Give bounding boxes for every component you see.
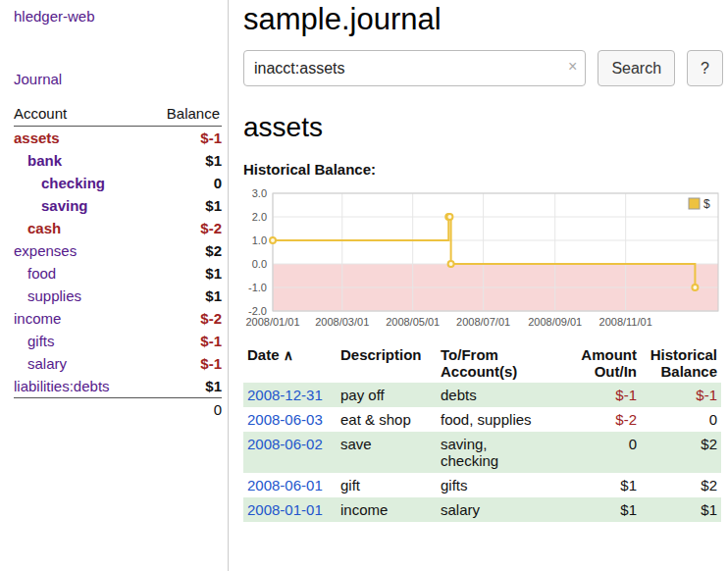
transaction-description: income: [337, 497, 437, 522]
account-balance: $-2: [145, 307, 222, 330]
account-heading: assets: [243, 112, 723, 143]
account-link[interactable]: saving: [41, 197, 88, 214]
accounts-column-header: To/From Account(s): [437, 343, 564, 383]
account-balance: $-2: [145, 217, 222, 239]
account-balance: $-1: [145, 330, 222, 352]
account-link[interactable]: food: [27, 265, 56, 282]
transaction-row: 2008-01-01 income salary $1 $1: [243, 497, 721, 522]
transactions-table: Date ∧ Description To/From Account(s) Am…: [243, 343, 721, 522]
sidebar-balance-column-header: Balance: [145, 102, 222, 127]
account-row: expenses $2: [14, 239, 222, 262]
svg-text:0.0: 0.0: [252, 258, 267, 270]
transaction-date-link[interactable]: 2008-06-01: [247, 477, 323, 493]
account-balance: $1: [145, 262, 222, 285]
sort-ascending-icon: ∧: [284, 347, 293, 363]
account-link[interactable]: supplies: [27, 287, 81, 304]
account-link[interactable]: income: [14, 310, 61, 327]
svg-text:2008/05/01: 2008/05/01: [386, 316, 440, 328]
transaction-description: gift: [337, 473, 437, 497]
description-column-header: Description: [337, 343, 437, 383]
svg-text:2008/11/01: 2008/11/01: [599, 316, 652, 328]
date-column-header[interactable]: Date ∧: [243, 343, 337, 383]
account-row: cash $-2: [14, 217, 222, 239]
transaction-date-link[interactable]: 2008-06-02: [247, 436, 323, 452]
transaction-accounts: gifts: [437, 473, 564, 497]
transaction-row: 2008-06-01 gift gifts $1 $2: [243, 473, 721, 497]
transaction-description: pay off: [337, 383, 437, 407]
search-button[interactable]: Search: [598, 50, 675, 86]
transaction-amount: $1: [564, 473, 641, 497]
account-row: supplies $1: [14, 285, 222, 307]
transaction-row: 2008-06-02 save saving, checking 0 $2: [243, 432, 721, 473]
clear-search-icon[interactable]: ×: [568, 59, 577, 75]
transaction-amount: 0: [564, 432, 641, 473]
balance-chart-svg: 3.02.01.00.0-1.0-2.02008/01/012008/03/01…: [243, 180, 721, 332]
account-link[interactable]: checking: [41, 175, 105, 191]
amount-column-header: Amount Out/In: [564, 343, 641, 383]
account-balance: $1: [145, 285, 222, 307]
account-balance: $-1: [145, 127, 222, 150]
transaction-balance: 0: [641, 407, 721, 432]
account-row: food $1: [14, 262, 222, 285]
account-balance: $2: [145, 239, 222, 262]
transaction-accounts: debts: [437, 383, 564, 407]
total-row: 0: [14, 398, 222, 422]
account-balance: $1: [145, 375, 222, 398]
svg-text:2008/09/01: 2008/09/01: [528, 316, 582, 328]
account-row: salary $-1: [14, 352, 222, 375]
account-row: checking 0: [14, 172, 222, 194]
transaction-accounts: salary: [437, 497, 564, 522]
svg-text:2008/03/01: 2008/03/01: [315, 316, 369, 328]
transaction-date-link[interactable]: 2008-06-03: [247, 411, 323, 428]
account-link[interactable]: gifts: [27, 333, 55, 349]
svg-text:$: $: [703, 197, 710, 211]
account-row: liabilities:debts $1: [14, 375, 222, 398]
transaction-balance: $1: [641, 497, 721, 522]
transaction-date-link[interactable]: 2008-12-31: [247, 387, 323, 403]
account-balance: $1: [145, 194, 222, 217]
account-balance: 0: [145, 172, 222, 194]
account-link[interactable]: liabilities:debts: [14, 378, 110, 394]
account-row: assets $-1: [14, 127, 222, 150]
account-balance: $-1: [145, 352, 222, 375]
balance-chart: 3.02.01.00.0-1.0-2.02008/01/012008/03/01…: [243, 180, 721, 332]
transaction-description: save: [337, 432, 437, 473]
account-link[interactable]: salary: [27, 355, 67, 372]
accounts-table: Account Balance assets $-1 bank $1 check…: [14, 102, 222, 421]
transaction-balance: $-1: [641, 383, 721, 407]
hist-balance-column-header: Historical Balance: [641, 343, 721, 383]
search-input[interactable]: [243, 50, 586, 86]
sidebar: hledger-web Journal Account Balance asse…: [0, 0, 229, 571]
total-balance: 0: [145, 398, 222, 422]
account-link[interactable]: assets: [14, 130, 60, 146]
account-column-header: Account: [14, 102, 145, 127]
transaction-date-link[interactable]: 2008-01-01: [247, 501, 323, 518]
app-brand-link[interactable]: hledger-web: [14, 8, 228, 25]
transaction-row: 2008-12-31 pay off debts $-1 $-1: [243, 383, 721, 407]
account-row: gifts $-1: [14, 330, 222, 352]
transaction-balance: $2: [641, 432, 721, 473]
main-content: sample.journal × Search ? assets Histori…: [243, 0, 723, 522]
svg-text:2008/07/01: 2008/07/01: [456, 316, 510, 328]
svg-text:-1.0: -1.0: [248, 282, 267, 293]
transaction-amount: $-2: [564, 407, 641, 432]
account-link[interactable]: cash: [27, 220, 61, 236]
account-row: income $-2: [14, 307, 222, 330]
transaction-balance: $2: [641, 473, 721, 497]
transaction-amount: $-1: [564, 383, 641, 407]
search-form: × Search ?: [243, 50, 723, 86]
svg-text:1.0: 1.0: [252, 234, 267, 246]
account-row: saving $1: [14, 194, 222, 217]
svg-text:3.0: 3.0: [252, 187, 267, 199]
svg-text:2008/01/01: 2008/01/01: [245, 316, 299, 328]
chart-title: Historical Balance:: [243, 161, 723, 178]
page-title: sample.journal: [243, 2, 723, 37]
transaction-accounts: saving, checking: [437, 432, 564, 473]
transaction-amount: $1: [564, 497, 641, 522]
account-balance: $1: [145, 149, 222, 172]
account-link[interactable]: expenses: [14, 242, 77, 259]
svg-text:2.0: 2.0: [252, 211, 267, 223]
account-link[interactable]: bank: [27, 152, 62, 169]
help-button[interactable]: ?: [687, 50, 723, 86]
sidebar-item-journal[interactable]: Journal: [14, 71, 228, 87]
